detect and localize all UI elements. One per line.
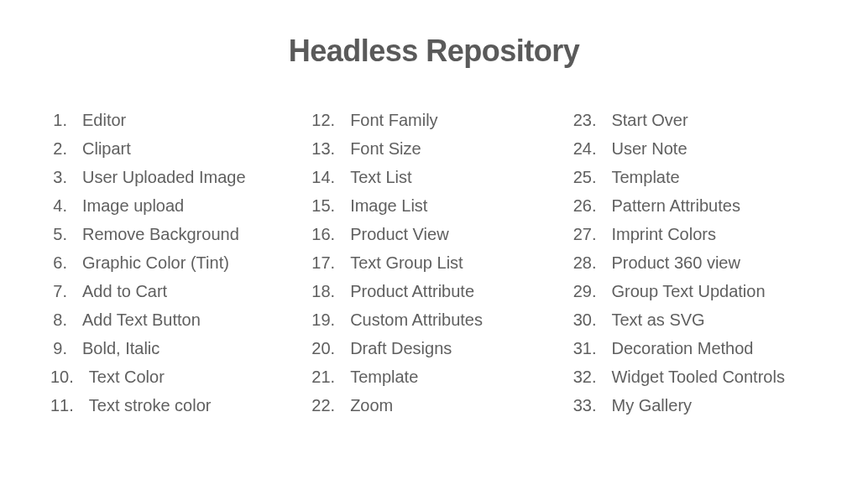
item-number: 33. bbox=[573, 396, 612, 415]
list-item: 3.User Uploaded Image bbox=[50, 168, 295, 187]
item-label: Graphic Color (Tint) bbox=[82, 253, 229, 273]
list-item: 5.Remove Background bbox=[50, 225, 295, 244]
item-label: Image List bbox=[350, 196, 427, 216]
list-item: 28.Product 360 view bbox=[573, 253, 818, 273]
item-number: 24. bbox=[573, 139, 612, 159]
list-item: 23.Start Over bbox=[573, 111, 818, 130]
item-label: Add Text Button bbox=[82, 310, 201, 330]
item-label: Custom Attributes bbox=[350, 310, 483, 330]
item-number: 18. bbox=[311, 282, 350, 301]
list-item: 24.User Note bbox=[573, 139, 818, 159]
item-number: 22. bbox=[311, 396, 350, 415]
item-number: 21. bbox=[311, 368, 350, 387]
item-number: 1. bbox=[50, 111, 82, 130]
column-1: 1.Editor 2.Clipart 3.User Uploaded Image… bbox=[42, 111, 303, 425]
item-number: 29. bbox=[573, 282, 612, 301]
item-number: 4. bbox=[50, 196, 82, 216]
item-number: 9. bbox=[50, 339, 82, 358]
item-number: 2. bbox=[50, 139, 82, 159]
item-label: User Uploaded Image bbox=[82, 168, 246, 187]
list-item: 20.Draft Designs bbox=[311, 339, 556, 358]
item-label: Product Attribute bbox=[350, 282, 474, 301]
item-number: 13. bbox=[311, 139, 350, 159]
item-label: Template bbox=[611, 168, 679, 187]
item-label: Text Color bbox=[89, 368, 165, 387]
item-label: Image upload bbox=[82, 196, 184, 216]
list-item: 29.Group Text Updation bbox=[573, 282, 818, 301]
list-item: 7.Add to Cart bbox=[50, 282, 295, 301]
list-item: 22.Zoom bbox=[311, 396, 556, 415]
item-label: Template bbox=[350, 368, 418, 387]
item-number: 31. bbox=[573, 339, 612, 358]
list-item: 27.Imprint Colors bbox=[573, 225, 818, 244]
item-label: Text stroke color bbox=[89, 396, 212, 415]
item-label: My Gallery bbox=[611, 396, 692, 415]
item-number: 8. bbox=[50, 310, 82, 330]
item-label: Product View bbox=[350, 225, 448, 244]
list-item: 14.Text List bbox=[311, 168, 556, 187]
list-item: 13.Font Size bbox=[311, 139, 556, 159]
item-number: 11. bbox=[50, 396, 89, 415]
list-item: 1.Editor bbox=[50, 111, 295, 130]
item-label: Text List bbox=[350, 168, 411, 187]
item-number: 25. bbox=[573, 168, 612, 187]
item-number: 17. bbox=[311, 253, 350, 273]
item-label: Start Over bbox=[611, 111, 688, 130]
column-3: 23.Start Over 24.User Note 25.Template 2… bbox=[565, 111, 826, 425]
item-label: Pattern Attributes bbox=[611, 196, 740, 216]
item-label: User Note bbox=[611, 139, 687, 159]
item-number: 7. bbox=[50, 282, 82, 301]
list-item: 11.Text stroke color bbox=[50, 396, 295, 415]
item-number: 20. bbox=[311, 339, 350, 358]
item-number: 26. bbox=[573, 196, 612, 216]
item-label: Group Text Updation bbox=[611, 282, 765, 301]
list-item: 10.Text Color bbox=[50, 368, 295, 387]
list-item: 30.Text as SVG bbox=[573, 310, 818, 330]
list-item: 4.Image upload bbox=[50, 196, 295, 216]
list-item: 17.Text Group List bbox=[311, 253, 556, 273]
list-item: 9.Bold, Italic bbox=[50, 339, 295, 358]
list-item: 26.Pattern Attributes bbox=[573, 196, 818, 216]
item-label: Font Family bbox=[350, 111, 437, 130]
item-label: Font Size bbox=[350, 139, 421, 159]
item-label: Product 360 view bbox=[611, 253, 740, 273]
list-item: 8.Add Text Button bbox=[50, 310, 295, 330]
list-item: 15.Image List bbox=[311, 196, 556, 216]
item-label: Text as SVG bbox=[611, 310, 704, 330]
item-label: Decoration Method bbox=[611, 339, 753, 358]
list-item: 2.Clipart bbox=[50, 139, 295, 159]
item-number: 10. bbox=[50, 368, 89, 387]
item-label: Text Group List bbox=[350, 253, 463, 273]
list-item: 31.Decoration Method bbox=[573, 339, 818, 358]
list-item: 18.Product Attribute bbox=[311, 282, 556, 301]
list-columns: 1.Editor 2.Clipart 3.User Uploaded Image… bbox=[17, 111, 851, 425]
list-item: 16.Product View bbox=[311, 225, 556, 244]
list-item: 33.My Gallery bbox=[573, 396, 818, 415]
item-label: Bold, Italic bbox=[82, 339, 159, 358]
item-label: Imprint Colors bbox=[611, 225, 715, 244]
item-number: 32. bbox=[573, 368, 612, 387]
item-label: Zoom bbox=[350, 396, 393, 415]
list-item: 21.Template bbox=[311, 368, 556, 387]
item-label: Draft Designs bbox=[350, 339, 452, 358]
page-title: Headless Repository bbox=[17, 34, 851, 69]
item-number: 23. bbox=[573, 111, 612, 130]
column-2: 12.Font Family 13.Font Size 14.Text List… bbox=[303, 111, 564, 425]
item-label: Widget Tooled Controls bbox=[611, 368, 784, 387]
item-number: 28. bbox=[573, 253, 612, 273]
item-number: 27. bbox=[573, 225, 612, 244]
list-item: 12.Font Family bbox=[311, 111, 556, 130]
item-number: 12. bbox=[311, 111, 350, 130]
item-number: 16. bbox=[311, 225, 350, 244]
item-label: Remove Background bbox=[82, 225, 239, 244]
item-number: 19. bbox=[311, 310, 350, 330]
list-item: 6.Graphic Color (Tint) bbox=[50, 253, 295, 273]
item-label: Add to Cart bbox=[82, 282, 167, 301]
item-label: Clipart bbox=[82, 139, 131, 159]
item-number: 30. bbox=[573, 310, 612, 330]
item-number: 6. bbox=[50, 253, 82, 273]
item-number: 15. bbox=[311, 196, 350, 216]
item-number: 3. bbox=[50, 168, 82, 187]
item-number: 14. bbox=[311, 168, 350, 187]
item-number: 5. bbox=[50, 225, 82, 244]
